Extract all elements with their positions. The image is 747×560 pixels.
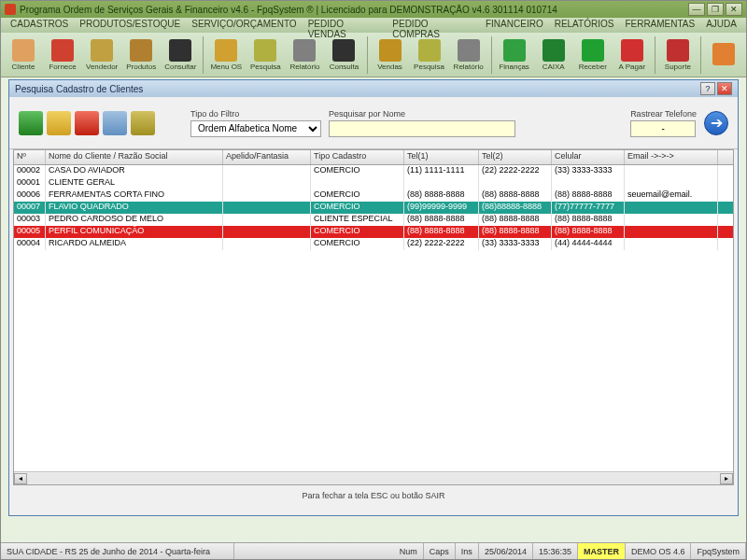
statusbar: SUA CIDADE - RS 25 de Junho de 2014 - Qu… <box>1 542 746 559</box>
col-header[interactable]: Nº <box>14 150 46 164</box>
footer-hint: Para fechar a tela ESC ou botão SAIR <box>9 485 738 506</box>
add-icon[interactable] <box>19 111 43 135</box>
main-window: Programa Ordem de Serviços Gerais & Fina… <box>0 0 747 560</box>
filter-select[interactable]: Ordem Alfabetica Nome <box>190 120 321 137</box>
toolbar-btn17[interactable] <box>705 35 742 76</box>
menu-financeiro[interactable]: FINANCEIRO <box>480 18 549 33</box>
inner-titlebar: Pesquisa Cadastro de Clientes ? ✕ <box>9 80 738 97</box>
toolbar-caixa[interactable]: CAIXA <box>535 35 572 76</box>
scroll-right-button[interactable]: ▸ <box>720 473 733 484</box>
edit-icon[interactable] <box>47 111 71 135</box>
menu-serviço/orçamento[interactable]: SERVIÇO/ORÇAMENTO <box>186 18 302 33</box>
status-master: MASTER <box>578 543 626 559</box>
horizontal-scrollbar[interactable]: ◂ ▸ <box>14 471 733 484</box>
menu-pedido compras[interactable]: PEDIDO COMPRAS <box>387 18 480 33</box>
table-row[interactable]: 00001CLIENTE GERAL <box>14 177 733 189</box>
minimize-button[interactable]: — <box>688 3 705 16</box>
export-icon[interactable] <box>131 111 155 135</box>
menu-ferramentas[interactable]: FERRAMENTAS <box>619 18 700 33</box>
search-area: Tipo do Filtro Ordem Alfabetica Nome Pes… <box>9 97 738 149</box>
toolbar-pesquisa[interactable]: Pesquisa <box>247 35 284 76</box>
col-header[interactable]: Tel(2) <box>479 150 552 164</box>
table-row[interactable]: 00003PEDRO CARDOSO DE MELOCLIENTE ESPECI… <box>14 214 733 226</box>
table-row[interactable]: 00007FLAVIO QUADRADOCOMERCIO(99)99999-99… <box>14 202 733 214</box>
maximize-button[interactable]: ❐ <box>707 3 724 16</box>
table-row[interactable]: 00002CASA DO AVIADORCOMERCIO(11) 1111-11… <box>14 165 733 177</box>
search-input[interactable] <box>329 120 515 137</box>
toolbar-produtos[interactable]: Produtos <box>122 35 160 76</box>
status-location: SUA CIDADE - RS 25 de Junho de 2014 - Qu… <box>1 543 234 559</box>
menu-produtos/estoque[interactable]: PRODUTOS/ESTOQUE <box>74 18 186 33</box>
inner-close-button[interactable]: ✕ <box>717 82 732 95</box>
toolbar-finanças[interactable]: Finanças <box>496 35 533 76</box>
toolbar-vendas[interactable]: Vendas <box>371 35 408 76</box>
print-icon[interactable] <box>103 111 127 135</box>
delete-icon[interactable] <box>75 111 99 135</box>
inner-title: Pesquisa Cadastro de Clientes <box>15 84 698 94</box>
toolbar-receber[interactable]: Receber <box>574 35 612 76</box>
toolbar-vendedor[interactable]: Vendedor <box>83 35 120 76</box>
rastrear-input[interactable] <box>630 120 696 137</box>
rastrear-label: Rastrear Telefone <box>630 109 697 119</box>
table-row[interactable]: 00005PERFIL COMUNICAÇÃOCOMERCIO(88) 8888… <box>14 226 733 238</box>
results-grid: NºNome do Cliente / Razão SocialApelido/… <box>13 149 734 485</box>
status-time: 15:36:35 <box>533 543 578 559</box>
filter-label: Tipo do Filtro <box>190 109 321 119</box>
col-header[interactable]: Email ->->-> <box>625 150 718 164</box>
menu-pedido vendas[interactable]: PEDIDO VENDAS <box>303 18 388 33</box>
grid-body: 00002CASA DO AVIADORCOMERCIO(11) 1111-11… <box>14 165 733 250</box>
menubar: CADASTROSPRODUTOS/ESTOQUESERVIÇO/ORÇAMEN… <box>1 18 746 33</box>
scroll-track[interactable] <box>27 473 720 484</box>
search-go-button[interactable]: ➔ <box>704 111 728 135</box>
grid-header: NºNome do Cliente / Razão SocialApelido/… <box>14 150 733 165</box>
toolbar-a pagar[interactable]: A Pagar <box>613 35 651 76</box>
toolbar-relatório[interactable]: Relatório <box>450 35 487 76</box>
close-button[interactable]: ✕ <box>726 3 742 16</box>
table-row[interactable]: 00004RICARDO ALMEIDACOMERCIO(22) 2222-22… <box>14 238 733 250</box>
main-toolbar: ClienteForneceVendedorProdutosConsultarM… <box>1 33 746 77</box>
toolbar-suporte[interactable]: Suporte <box>659 35 697 76</box>
search-clients-window: Pesquisa Cadastro de Clientes ? ✕ Tipo d… <box>8 79 739 516</box>
toolbar-relatório[interactable]: Relatório <box>286 35 323 76</box>
menu-ajuda[interactable]: AJUDA <box>700 18 742 33</box>
toolbar-menu os[interactable]: Menu OS <box>207 35 245 76</box>
search-label: Pesquisar por Nome <box>329 109 515 119</box>
app-icon <box>5 4 16 15</box>
menu-cadastros[interactable]: CADASTROS <box>5 18 74 33</box>
toolbar-fornece[interactable]: Fornece <box>44 35 81 76</box>
toolbar-pesquisa[interactable]: Pesquisa <box>411 35 448 76</box>
status-demo: DEMO OS 4.6 <box>626 543 692 559</box>
scroll-left-button[interactable]: ◂ <box>14 473 27 484</box>
help-button[interactable]: ? <box>700 82 715 95</box>
status-fpq: FpqSystem <box>691 543 746 559</box>
menu-relatórios[interactable]: RELATÓRIOS <box>549 18 620 33</box>
status-caps: Caps <box>424 543 456 559</box>
col-header[interactable]: Apelido/Fantasia <box>223 150 311 164</box>
col-header[interactable]: Celular <box>552 150 625 164</box>
table-row[interactable]: 00006FERRAMENTAS CORTA FINOCOMERCIO(88) … <box>14 189 733 202</box>
col-header[interactable]: Nome do Cliente / Razão Social <box>46 150 223 164</box>
col-header[interactable]: Tel(1) <box>404 150 479 164</box>
status-ins: Ins <box>456 543 479 559</box>
toolbar-consulta[interactable]: Consulta <box>325 35 362 76</box>
status-date: 25/06/2014 <box>479 543 533 559</box>
status-num: Num <box>394 543 424 559</box>
window-title: Programa Ordem de Serviços Gerais & Fina… <box>20 5 688 15</box>
col-header[interactable]: Tipo Cadastro <box>311 150 404 164</box>
toolbar-consultar[interactable]: Consultar <box>162 35 199 76</box>
titlebar: Programa Ordem de Serviços Gerais & Fina… <box>1 1 746 18</box>
toolbar-cliente[interactable]: Cliente <box>5 35 42 76</box>
